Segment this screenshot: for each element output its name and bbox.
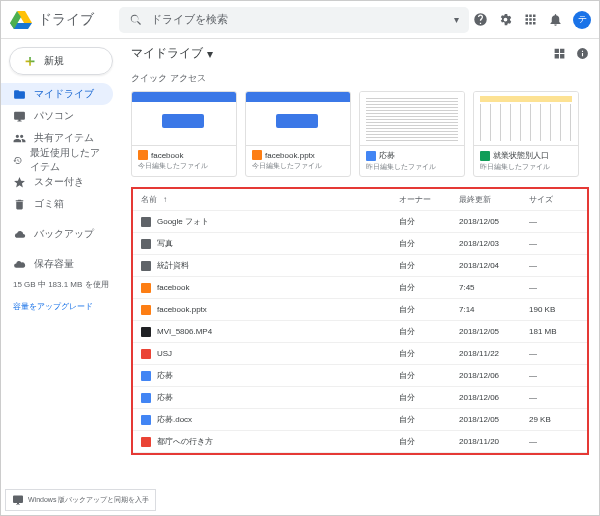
col-size[interactable]: サイズ — [529, 194, 579, 205]
table-row[interactable]: 写真自分2018/12/03— — [133, 233, 587, 255]
sidebar: ＋ 新規 マイドライブパソコン共有アイテム最近使用したアイテムスター付きゴミ箱 … — [1, 39, 121, 516]
backup-sync-promo[interactable]: Windows 版バックアップと同期を入手 — [5, 489, 156, 511]
file-subtitle: 昨日編集したファイル — [366, 162, 458, 172]
file-name: Google フォト — [157, 216, 209, 227]
quick-access-card[interactable]: 就業状態別人口昨日編集したファイル — [473, 91, 579, 177]
file-owner: 自分 — [399, 326, 459, 337]
file-size: — — [529, 283, 579, 292]
table-row[interactable]: 都庁への行き方自分2018/11/20— — [133, 431, 587, 453]
file-name: 応募 — [157, 392, 173, 403]
file-modified: 7:45 — [459, 283, 529, 292]
apps-icon[interactable] — [523, 12, 538, 27]
file-owner: 自分 — [399, 370, 459, 381]
nav-starred[interactable]: スター付き — [1, 171, 113, 193]
nav-label: ゴミ箱 — [34, 197, 64, 211]
file-modified: 2018/12/05 — [459, 217, 529, 226]
col-owner[interactable]: オーナー — [399, 194, 459, 205]
nav-mydrive[interactable]: マイドライブ — [1, 83, 113, 105]
backups-icon — [13, 228, 26, 241]
file-name: 写真 — [157, 238, 173, 249]
table-row[interactable]: facebook自分7:45— — [133, 277, 587, 299]
file-size: — — [529, 261, 579, 270]
file-owner: 自分 — [399, 282, 459, 293]
sort-asc-icon: ↑ — [163, 195, 167, 204]
app-logo[interactable]: ドライブ — [9, 8, 119, 32]
file-owner: 自分 — [399, 348, 459, 359]
file-modified: 2018/12/05 — [459, 327, 529, 336]
file-name: MVI_5806.MP4 — [157, 327, 212, 336]
file-size: 29 KB — [529, 415, 579, 424]
plus-icon: ＋ — [22, 51, 38, 72]
file-subtitle: 今日編集したファイル — [252, 161, 344, 171]
file-size: — — [529, 437, 579, 446]
thumbnail — [474, 92, 578, 146]
file-modified: 2018/12/06 — [459, 393, 529, 402]
table-row[interactable]: 統計資料自分2018/12/04— — [133, 255, 587, 277]
trash-icon — [13, 198, 26, 211]
nav-storage[interactable]: 保存容量 — [1, 253, 113, 275]
storage-usage: 15 GB 中 183.1 MB を使用 — [1, 275, 121, 294]
file-name: facebook.pptx — [157, 305, 207, 314]
col-modified[interactable]: 最終更新 — [459, 194, 529, 205]
file-size: 190 KB — [529, 305, 579, 314]
table-row[interactable]: USJ自分2018/11/22— — [133, 343, 587, 365]
nav-label: パソコン — [34, 109, 74, 123]
settings-icon[interactable] — [498, 12, 513, 27]
table-row[interactable]: facebook.pptx自分7:14190 KB — [133, 299, 587, 321]
file-type-icon — [141, 371, 151, 381]
file-name: 応募 — [379, 150, 395, 161]
nav-backups[interactable]: バックアップ — [1, 223, 113, 245]
table-row[interactable]: MVI_5806.MP4自分2018/12/05181 MB — [133, 321, 587, 343]
nav-computers[interactable]: パソコン — [1, 105, 113, 127]
new-button-label: 新規 — [44, 54, 64, 68]
nav-recent[interactable]: 最近使用したアイテム — [1, 149, 113, 171]
file-modified: 2018/12/06 — [459, 371, 529, 380]
details-icon[interactable] — [576, 47, 589, 60]
file-type-icon — [141, 261, 151, 271]
notifications-icon[interactable] — [548, 12, 563, 27]
file-subtitle: 昨日編集したファイル — [480, 162, 572, 172]
file-type-icon — [141, 239, 151, 249]
file-type-icon — [366, 151, 376, 161]
shared-icon — [13, 132, 26, 145]
table-row[interactable]: Google フォト自分2018/12/05— — [133, 211, 587, 233]
file-name: 就業状態別人口 — [493, 150, 549, 161]
mydrive-icon — [13, 88, 26, 101]
file-owner: 自分 — [399, 414, 459, 425]
file-type-icon — [141, 283, 151, 293]
file-owner: 自分 — [399, 436, 459, 447]
main-content: マイドライブ▾ クイック アクセス facebook今日編集したファイルface… — [121, 39, 599, 516]
file-name: facebook — [151, 151, 183, 160]
file-size: — — [529, 239, 579, 248]
starred-icon — [13, 176, 26, 189]
quick-access-card[interactable]: 応募昨日編集したファイル — [359, 91, 465, 177]
col-name[interactable]: 名前 — [141, 194, 157, 205]
search-dropdown-icon[interactable]: ▾ — [454, 14, 459, 25]
storage-upgrade-link[interactable]: 容量をアップグレード — [1, 297, 121, 316]
table-row[interactable]: 応募自分2018/12/06— — [133, 365, 587, 387]
monitor-icon — [12, 494, 24, 506]
file-type-icon — [252, 150, 262, 160]
app-name: ドライブ — [38, 11, 94, 29]
new-button[interactable]: ＋ 新規 — [9, 47, 113, 75]
nav-label: 保存容量 — [34, 257, 74, 271]
table-row[interactable]: 応募自分2018/12/06— — [133, 387, 587, 409]
file-name: 応募.docx — [157, 414, 192, 425]
grid-view-icon[interactable] — [553, 47, 566, 60]
file-type-icon — [480, 151, 490, 161]
file-type-icon — [141, 415, 151, 425]
nav-trash[interactable]: ゴミ箱 — [1, 193, 113, 215]
help-icon[interactable] — [473, 12, 488, 27]
table-row[interactable]: 応募.docx自分2018/12/0529 KB — [133, 409, 587, 431]
quick-access-card[interactable]: facebook今日編集したファイル — [131, 91, 237, 177]
search-bar[interactable]: ドライブを検索 ▾ — [119, 7, 469, 33]
breadcrumb[interactable]: マイドライブ▾ — [131, 45, 213, 62]
file-type-icon — [141, 393, 151, 403]
file-owner: 自分 — [399, 216, 459, 227]
account-avatar[interactable]: テ — [573, 11, 591, 29]
quick-access-card[interactable]: facebook.pptx今日編集したファイル — [245, 91, 351, 177]
file-modified: 2018/12/03 — [459, 239, 529, 248]
file-owner: 自分 — [399, 392, 459, 403]
file-size: — — [529, 217, 579, 226]
file-name: facebook — [157, 283, 189, 292]
